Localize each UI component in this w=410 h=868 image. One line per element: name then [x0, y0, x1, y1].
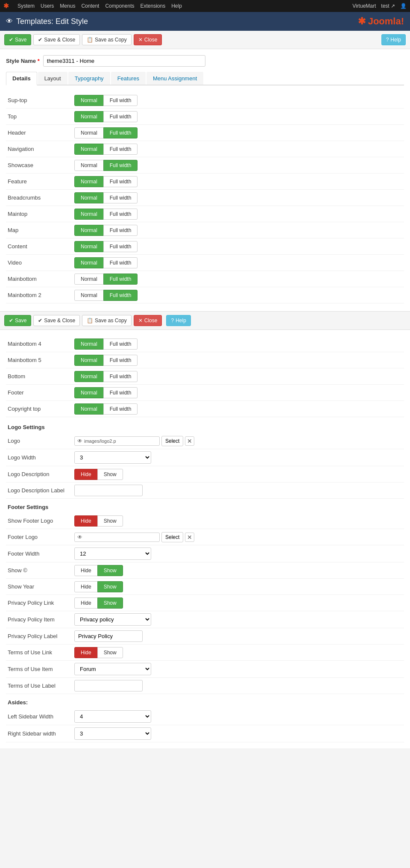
- top-normal-btn[interactable]: Normal: [74, 111, 104, 122]
- show-footer-logo-hide-btn[interactable]: Hide: [74, 515, 98, 527]
- logo-width-select[interactable]: 3: [74, 451, 151, 464]
- help-button-top[interactable]: ? Help: [381, 34, 406, 45]
- toggle-terms-link: Hide Show: [74, 647, 123, 658]
- header-normal-btn[interactable]: Normal: [74, 127, 104, 138]
- privacy-link-hide-btn[interactable]: Hide: [74, 597, 98, 609]
- footer-logo-clear-button[interactable]: ✕: [185, 533, 194, 542]
- mainbottom-fullwidth-btn[interactable]: Full width: [103, 274, 138, 285]
- copyrighttop-fullwidth-btn[interactable]: Full width: [103, 403, 138, 415]
- bottom-normal-btn[interactable]: Normal: [74, 371, 104, 382]
- maintop-normal-btn[interactable]: Normal: [74, 209, 104, 220]
- nav-extensions[interactable]: Extensions: [140, 3, 165, 9]
- label-mainbottom2: Mainbottom 2: [6, 292, 74, 298]
- toggle-show-copy: Hide Show: [74, 565, 123, 576]
- mainbottom2-normal-btn[interactable]: Normal: [74, 290, 104, 301]
- show-copy-hide-btn[interactable]: Hide: [74, 565, 98, 576]
- mainbottom2-fullwidth-btn[interactable]: Full width: [103, 290, 138, 301]
- layout-row-map: Map Normal Full width: [6, 222, 404, 238]
- toggle-mainbottom4: Normal Full width: [74, 338, 138, 350]
- label-navigation: Navigation: [6, 146, 74, 152]
- showcase-normal-btn[interactable]: Normal: [74, 160, 104, 171]
- privacy-item-row: Privacy Policy Item Privacy policy: [6, 611, 404, 628]
- toggle-show-footer-logo: Hide Show: [74, 515, 123, 527]
- show-copy-show-btn[interactable]: Show: [97, 565, 123, 576]
- help-button-sticky[interactable]: ? Help: [166, 315, 190, 326]
- mb5-normal-btn[interactable]: Normal: [74, 355, 104, 366]
- save-close-button[interactable]: ✔ Save & Close: [33, 34, 80, 45]
- mb4-normal-btn[interactable]: Normal: [74, 338, 104, 350]
- tab-features[interactable]: Features: [111, 72, 146, 85]
- save-copy-button[interactable]: 📋 Save as Copy: [82, 34, 132, 45]
- terms-link-hide-btn[interactable]: Hide: [74, 647, 98, 658]
- maintop-fullwidth-btn[interactable]: Full width: [103, 209, 138, 220]
- showcase-fullwidth-btn[interactable]: Full width: [103, 160, 138, 171]
- close-button-sticky[interactable]: ✕ Close: [134, 315, 162, 326]
- save-close-button-sticky[interactable]: ✔ Save & Close: [33, 315, 80, 326]
- show-year-hide-btn[interactable]: Hide: [74, 581, 98, 592]
- feature-fullwidth-btn[interactable]: Full width: [103, 176, 138, 187]
- header-fullwidth-btn[interactable]: Full width: [103, 127, 138, 138]
- nav-components[interactable]: Components: [105, 3, 134, 9]
- tab-menu-assignment[interactable]: Menu Assignment: [146, 72, 203, 85]
- privacy-link-show-btn[interactable]: Show: [97, 597, 123, 609]
- user-icon[interactable]: 👤: [400, 3, 407, 9]
- footer-normal-btn[interactable]: Normal: [74, 387, 104, 398]
- test-link[interactable]: test ↗: [381, 3, 395, 9]
- save-button-sticky[interactable]: ✔ Save: [4, 315, 31, 326]
- left-sidebar-select[interactable]: 4: [74, 710, 151, 723]
- show-year-show-btn[interactable]: Show: [97, 581, 123, 592]
- mainbottom-normal-btn[interactable]: Normal: [74, 274, 104, 285]
- copyrighttop-normal-btn[interactable]: Normal: [74, 403, 104, 415]
- style-name-input[interactable]: [43, 55, 205, 67]
- nav-help[interactable]: Help: [171, 3, 182, 9]
- feature-normal-btn[interactable]: Normal: [74, 176, 104, 187]
- logo-desc-lbl-input[interactable]: [74, 485, 143, 496]
- layout-row-showcase: Showcase Normal Full width: [6, 157, 404, 174]
- logo-clear-button[interactable]: ✕: [185, 436, 194, 446]
- logo-desc-show-btn[interactable]: Show: [97, 469, 123, 480]
- video-fullwidth-btn[interactable]: Full width: [103, 257, 138, 268]
- nav-menus[interactable]: Menus: [60, 3, 75, 9]
- suptop-fullwidth-btn[interactable]: Full width: [103, 95, 138, 106]
- show-footer-logo-show-btn[interactable]: Show: [97, 515, 123, 527]
- footer-width-label: Footer Width: [6, 550, 74, 557]
- label-bottom: Bottom: [6, 373, 74, 380]
- footer-logo-select-button[interactable]: Select: [161, 532, 183, 542]
- terms-lbl-row: Terms of Use Label: [6, 678, 404, 694]
- map-normal-btn[interactable]: Normal: [74, 225, 104, 236]
- suptop-normal-btn[interactable]: Normal: [74, 95, 104, 106]
- nav-content[interactable]: Content: [81, 3, 99, 9]
- top-fullwidth-btn[interactable]: Full width: [103, 111, 138, 122]
- virtuemart-link[interactable]: VirtueMart: [352, 3, 376, 9]
- navigation-normal-btn[interactable]: Normal: [74, 144, 104, 155]
- video-normal-btn[interactable]: Normal: [74, 257, 104, 268]
- tab-typography[interactable]: Typography: [68, 72, 110, 85]
- logo-select-button[interactable]: Select: [161, 436, 183, 446]
- breadcrumbs-fullwidth-btn[interactable]: Full width: [103, 192, 138, 203]
- tab-layout[interactable]: Layout: [38, 72, 67, 85]
- terms-item-select[interactable]: Forum: [74, 663, 151, 675]
- privacy-item-select[interactable]: Privacy policy: [74, 613, 151, 626]
- privacy-lbl-input[interactable]: [74, 630, 143, 642]
- tab-details[interactable]: Details: [6, 72, 37, 85]
- footer-width-select[interactable]: 12: [74, 547, 151, 560]
- bottom-fullwidth-btn[interactable]: Full width: [103, 371, 138, 382]
- mb4-fullwidth-btn[interactable]: Full width: [103, 338, 138, 350]
- terms-link-show-btn[interactable]: Show: [97, 647, 123, 658]
- save-copy-button-sticky[interactable]: 📋 Save as Copy: [82, 315, 132, 326]
- layout-row-video: Video Normal Full width: [6, 255, 404, 271]
- logo-desc-hide-btn[interactable]: Hide: [74, 469, 98, 480]
- close-button-top[interactable]: ✕ Close: [134, 34, 162, 45]
- terms-lbl-input[interactable]: [74, 680, 143, 691]
- mb5-fullwidth-btn[interactable]: Full width: [103, 355, 138, 366]
- breadcrumbs-normal-btn[interactable]: Normal: [74, 192, 104, 203]
- right-sidebar-select[interactable]: 3: [74, 727, 151, 740]
- footer-fullwidth-btn[interactable]: Full width: [103, 387, 138, 398]
- content-fullwidth-btn[interactable]: Full width: [103, 241, 138, 252]
- nav-users[interactable]: Users: [41, 3, 54, 9]
- map-fullwidth-btn[interactable]: Full width: [103, 225, 138, 236]
- nav-system[interactable]: System: [18, 3, 35, 9]
- navigation-fullwidth-btn[interactable]: Full width: [103, 144, 138, 155]
- save-button[interactable]: ✔ Save: [4, 34, 31, 45]
- content-normal-btn[interactable]: Normal: [74, 241, 104, 252]
